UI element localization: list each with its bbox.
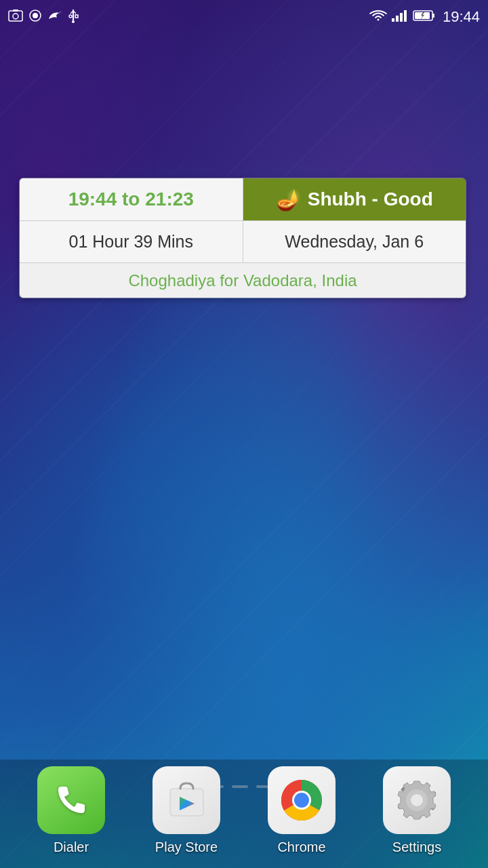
usb-icon <box>68 8 79 26</box>
svg-point-22 <box>294 793 309 808</box>
widget-date: Wednesday, Jan 6 <box>243 221 466 262</box>
widget-row-2: 01 Hour 39 Mins Wednesday, Jan 6 <box>20 220 466 262</box>
svg-point-4 <box>33 13 38 18</box>
dialer-label: Dialer <box>54 840 89 855</box>
wallpaper <box>0 0 488 868</box>
svg-rect-16 <box>432 14 434 18</box>
settings-label: Settings <box>392 840 441 855</box>
dialer-icon-bg <box>37 766 105 834</box>
svg-point-1 <box>13 14 18 19</box>
status-bar: 19:44 <box>0 0 488 34</box>
widget-shubh-section: 🪔 Shubh - Good <box>243 178 466 220</box>
widget-time-range: 19:44 to 21:23 <box>20 178 243 220</box>
svg-point-26 <box>411 794 423 806</box>
dock-dialer[interactable]: Dialer <box>37 766 105 855</box>
battery-icon <box>413 9 436 24</box>
widget-duration: 01 Hour 39 Mins <box>20 221 243 262</box>
wifi-icon <box>369 9 387 25</box>
svg-rect-11 <box>392 18 394 22</box>
svg-point-10 <box>72 20 75 23</box>
dock-playstore[interactable]: Play Store <box>152 766 220 855</box>
status-bar-left <box>8 8 79 26</box>
app-icon-2 <box>47 9 62 26</box>
dock-chrome[interactable]: Chrome <box>268 766 336 855</box>
screenshot-icon <box>8 9 23 26</box>
diya-icon: 🪔 <box>276 188 301 212</box>
playstore-icon-bg <box>152 766 220 834</box>
widget-row-1: 19:44 to 21:23 🪔 Shubh - Good <box>20 178 466 220</box>
status-time: 19:44 <box>443 8 480 26</box>
app-icon-1 <box>28 9 42 26</box>
status-bar-right: 19:44 <box>369 8 480 26</box>
svg-rect-14 <box>404 10 407 22</box>
playstore-label: Play Store <box>155 840 218 855</box>
svg-rect-2 <box>13 9 18 12</box>
svg-point-8 <box>69 15 72 18</box>
chrome-label: Chrome <box>277 840 325 855</box>
choghadiya-widget[interactable]: 19:44 to 21:23 🪔 Shubh - Good 01 Hour 39… <box>19 178 466 298</box>
widget-location: Choghadiya for Vadodara, India <box>20 262 466 298</box>
settings-icon-bg <box>383 766 451 834</box>
svg-rect-13 <box>400 13 403 22</box>
svg-rect-12 <box>396 16 399 22</box>
dock: Dialer Play Store <box>0 760 488 868</box>
signal-icon <box>391 9 409 25</box>
svg-rect-9 <box>75 15 78 18</box>
chrome-icon-bg <box>268 766 336 834</box>
dock-settings[interactable]: Settings <box>383 766 451 855</box>
